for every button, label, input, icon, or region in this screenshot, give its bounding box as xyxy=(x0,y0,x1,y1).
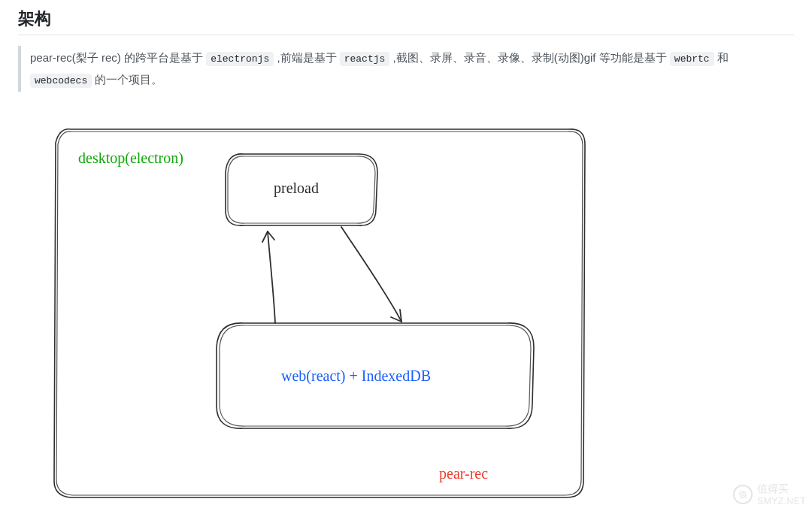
intro-text-2: ,前端是基于 xyxy=(277,51,339,64)
diagram-svg xyxy=(18,105,792,511)
label-desktop-electron: desktop(electron) xyxy=(78,150,183,165)
architecture-diagram: desktop(electron) preload web(react) + I… xyxy=(18,105,792,511)
code-webcodecs: webcodecs xyxy=(30,74,92,88)
intro-text-3: ,截图、录屏、录音、录像、录制(动图)gif 等功能是基于 xyxy=(393,51,670,64)
page-title: 架构 xyxy=(18,8,794,35)
label-web-react-indexeddb: web(react) + IndexedDB xyxy=(281,368,431,383)
intro-text-5: 的一个项目。 xyxy=(95,73,162,86)
intro-blockquote: pear-rec(梨子 rec) 的跨平台是基于 electronjs ,前端是… xyxy=(18,46,794,92)
watermark-text: 值得买 xyxy=(757,482,806,496)
label-pear-rec: pear-rec xyxy=(439,466,488,481)
code-reactjs: reactjs xyxy=(340,52,390,66)
code-electronjs: electronjs xyxy=(206,52,274,66)
watermark-badge-icon: 值 xyxy=(733,485,753,504)
intro-text-1: pear-rec(梨子 rec) 的跨平台是基于 xyxy=(30,51,206,64)
code-webrtc: webrtc xyxy=(670,52,714,66)
intro-text-4: 和 xyxy=(717,51,729,64)
watermark-site: SMYZ.NET xyxy=(757,496,806,506)
watermark: 值 值得买 SMYZ.NET xyxy=(733,482,806,506)
label-preload: preload xyxy=(274,180,319,195)
